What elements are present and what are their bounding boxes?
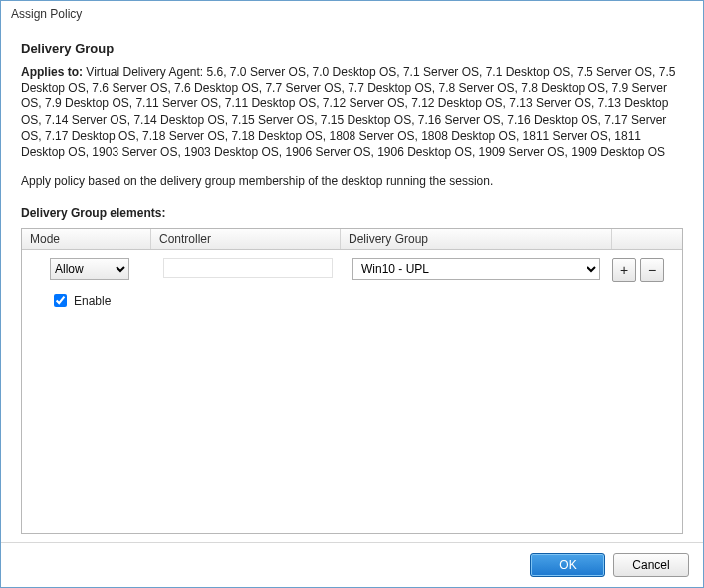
mode-select[interactable]: Allow (50, 258, 129, 280)
policy-description: Apply policy based on the delivery group… (21, 174, 683, 188)
applies-to-label: Applies to: (21, 65, 83, 79)
column-header-controller[interactable]: Controller (151, 229, 341, 249)
column-header-delivery-group[interactable]: Delivery Group (341, 229, 612, 249)
enable-row: Enable (22, 286, 682, 316)
enable-label-wrap[interactable]: Enable (50, 292, 111, 310)
enable-label: Enable (74, 294, 111, 308)
applies-to-text: Virtual Delivery Agent: 5.6, 7.0 Server … (21, 65, 675, 159)
assign-policy-dialog: Assign Policy Delivery Group Applies to:… (0, 0, 704, 588)
column-header-mode[interactable]: Mode (22, 229, 151, 249)
section-heading: Delivery Group (21, 41, 683, 56)
column-header-actions (612, 229, 682, 249)
dialog-content: Delivery Group Applies to: Virtual Deliv… (1, 27, 703, 542)
dialog-footer: OK Cancel (1, 542, 703, 587)
enable-checkbox[interactable] (54, 294, 67, 307)
applies-to-block: Applies to: Virtual Delivery Agent: 5.6,… (21, 64, 683, 160)
add-row-button[interactable]: + (612, 258, 636, 282)
remove-row-button[interactable]: − (640, 258, 664, 282)
table-row: Allow Win10 - UPL + (22, 250, 682, 286)
minus-icon: − (648, 262, 656, 278)
dialog-title: Assign Policy (1, 1, 703, 27)
table-body: Allow Win10 - UPL + (22, 250, 682, 533)
delivery-group-select[interactable]: Win10 - UPL (352, 258, 600, 280)
cancel-button[interactable]: Cancel (613, 553, 689, 577)
plus-icon: + (620, 262, 628, 278)
elements-table: Mode Controller Delivery Group Allow (21, 228, 683, 534)
table-header: Mode Controller Delivery Group (22, 229, 682, 250)
elements-subheading: Delivery Group elements: (21, 206, 683, 220)
ok-button[interactable]: OK (530, 553, 605, 577)
controller-input[interactable] (163, 258, 333, 278)
